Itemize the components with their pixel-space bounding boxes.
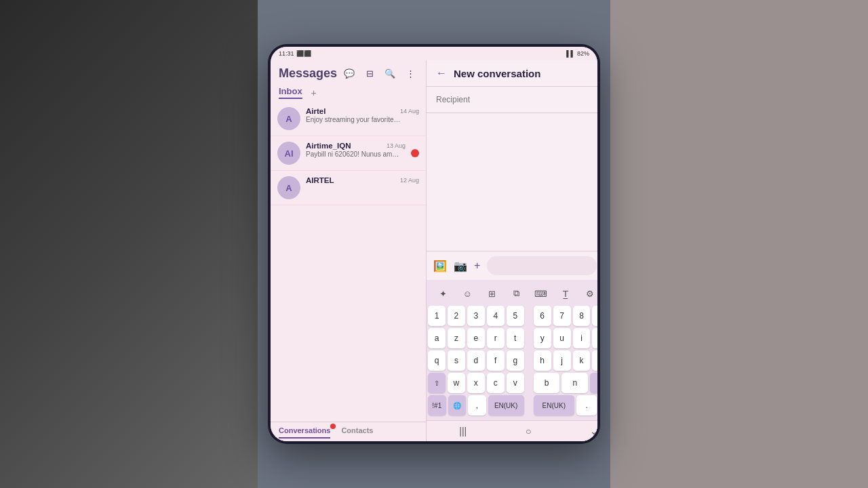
conv-info-airtel2: AIRTEL 12 Aug [306, 176, 419, 184]
kb-tool-copy[interactable]: ⧉ [505, 285, 528, 302]
key-d[interactable]: d [467, 350, 485, 371]
key-a[interactable]: a [428, 328, 446, 348]
key-z[interactable]: z [448, 328, 465, 348]
camera-icon[interactable]: 📷 [454, 260, 467, 272]
phone-screen: 11:31 ⬛⬛ ▌▌ 82% Messages 💬 [271, 47, 597, 441]
key-period[interactable]: . [576, 395, 597, 415]
avatar-airtel2: A [277, 176, 300, 199]
nav-back-button[interactable]: ||| [452, 424, 473, 438]
conv-item-airtel2[interactable]: A AIRTEL 12 Aug [271, 171, 426, 205]
search-icon[interactable]: 🔍 [382, 66, 397, 81]
key-s[interactable]: s [448, 350, 465, 371]
nav-home-button[interactable]: ○ [519, 424, 538, 438]
key-shift[interactable]: ⇧ [428, 373, 446, 393]
conv-time-3: 12 Aug [400, 177, 419, 184]
kb-tool-keyboard[interactable]: ⌨ [530, 285, 553, 302]
phone-device: 11:31 ⬛⬛ ▌▌ 82% Messages 💬 [268, 44, 600, 444]
status-time: 11:31 [279, 50, 294, 57]
key-5[interactable]: 5 [507, 306, 524, 326]
key-9[interactable]: 9 [592, 306, 597, 326]
more-icon[interactable]: ⋮ [403, 66, 418, 81]
gallery-icon[interactable]: 🖼️ [433, 260, 447, 272]
keyboard-area: ✦ ☺ ⊞ ⧉ ⌨ T̲ ⚙ ••• [427, 280, 597, 420]
conv-name: Airtel [306, 107, 326, 115]
kb-tool-text[interactable]: T̲ [554, 285, 577, 302]
key-comma[interactable]: , [468, 395, 486, 415]
nav-recents-button[interactable]: ⌄ [583, 424, 597, 438]
compose-bottom: 🖼️ 📷 + ▶ [427, 251, 597, 280]
key-i[interactable]: i [573, 328, 591, 348]
new-conv-title: New conversation [454, 68, 597, 79]
messages-panel: Messages 💬 ⊟ 🔍 ⋮ Inbox + [271, 60, 427, 441]
add-tab-button[interactable]: + [308, 87, 320, 99]
key-7[interactable]: 7 [553, 306, 571, 326]
message-input[interactable] [487, 256, 597, 275]
key-q[interactable]: q [428, 350, 446, 371]
conv-item-airtime[interactable]: AI Airtime_IQN 13 Aug Paybill ni 620620!… [271, 136, 426, 171]
key-k[interactable]: k [573, 350, 591, 371]
key-r[interactable]: r [487, 328, 505, 348]
key-n[interactable]: n [561, 373, 588, 393]
key-8[interactable]: 8 [573, 306, 591, 326]
conversations-tab[interactable]: Conversations [279, 426, 330, 439]
status-bar: 11:31 ⬛⬛ ▌▌ 82% [271, 47, 597, 60]
key-backspace[interactable]: ⌫ [590, 373, 597, 393]
key-e[interactable]: e [467, 328, 485, 348]
conv-info-airtel: Airtel 14 Aug Enjoy streaming your favor… [306, 107, 419, 123]
filter-icon[interactable]: ⊟ [362, 66, 377, 81]
recipient-input[interactable] [436, 95, 597, 104]
back-button[interactable]: ← [436, 67, 447, 79]
inbox-tab[interactable]: Inbox [279, 86, 302, 99]
messages-header: Messages 💬 ⊟ 🔍 ⋮ [271, 60, 426, 83]
key-j[interactable]: j [553, 350, 571, 371]
key-h[interactable]: h [534, 350, 551, 371]
key-u[interactable]: u [553, 328, 571, 348]
keyboard-left: 1 2 3 4 5 a z e r [428, 306, 524, 418]
kb-tool-smiley[interactable]: ☺ [456, 285, 479, 302]
keyboard-toolbar: ✦ ☺ ⊞ ⧉ ⌨ T̲ ⚙ ••• [428, 283, 597, 304]
kb-row-numbers-right: 6 7 8 9 0 [534, 306, 597, 326]
chat-icon[interactable]: 💬 [342, 66, 357, 81]
key-globe[interactable]: 🌐 [448, 395, 467, 415]
new-conversation-panel: ← New conversation + 🖼️ 📷 [427, 60, 597, 441]
kb-row-bottom-left: !#1 🌐 , EN(UK) [428, 395, 524, 415]
signal-icon: ▌▌ [566, 50, 575, 57]
kb-row-hjklm: h j k l m [534, 350, 597, 371]
key-en-uk-right[interactable]: EN(UK) [534, 395, 574, 415]
unread-badge [411, 149, 419, 157]
compose-toolbar: 🖼️ 📷 + ▶ [427, 251, 597, 280]
kb-tool-emoji-sparkle[interactable]: ✦ [431, 285, 454, 302]
key-6[interactable]: 6 [534, 306, 551, 326]
key-g[interactable]: g [507, 350, 524, 371]
key-t[interactable]: t [507, 328, 524, 348]
kb-tool-grid[interactable]: ⊞ [480, 285, 503, 302]
keyboard-main: 1 2 3 4 5 a z e r [428, 306, 597, 418]
key-f[interactable]: f [487, 350, 505, 371]
avatar-airtime: AI [277, 142, 300, 165]
bottom-nav-bar: ||| ○ ⌄ [427, 420, 597, 441]
key-en-uk-left[interactable]: EN(UK) [488, 395, 524, 415]
new-conv-header: ← New conversation [427, 60, 597, 87]
key-w[interactable]: w [448, 373, 465, 393]
key-l[interactable]: l [592, 350, 597, 371]
key-y[interactable]: y [534, 328, 551, 348]
conv-info-airtime: Airtime_IQN 13 Aug Paybill ni 620620! Nu… [306, 142, 406, 158]
kb-tool-settings[interactable]: ⚙ [578, 285, 597, 302]
attach-icon[interactable]: + [474, 260, 480, 272]
key-3[interactable]: 3 [467, 306, 485, 326]
inbox-tab-row: Inbox + [271, 83, 426, 102]
key-1[interactable]: 1 [428, 306, 446, 326]
key-b[interactable]: b [534, 373, 560, 393]
conv-item-airtel[interactable]: A Airtel 14 Aug Enjoy streaming your fav… [271, 102, 426, 136]
kb-row-shift-wxcv: ⇧ w x c v [428, 373, 524, 393]
contacts-tab[interactable]: Contacts [341, 426, 373, 439]
key-c[interactable]: c [487, 373, 505, 393]
key-4[interactable]: 4 [487, 306, 505, 326]
key-o[interactable]: o [592, 328, 597, 348]
key-v[interactable]: v [507, 373, 524, 393]
key-x[interactable]: x [467, 373, 485, 393]
keyboard-right: 6 7 8 9 0 y u i o [534, 306, 597, 418]
key-2[interactable]: 2 [448, 306, 465, 326]
conv-top-3: AIRTEL 12 Aug [306, 176, 419, 184]
key-num-sym[interactable]: !#1 [428, 395, 446, 415]
